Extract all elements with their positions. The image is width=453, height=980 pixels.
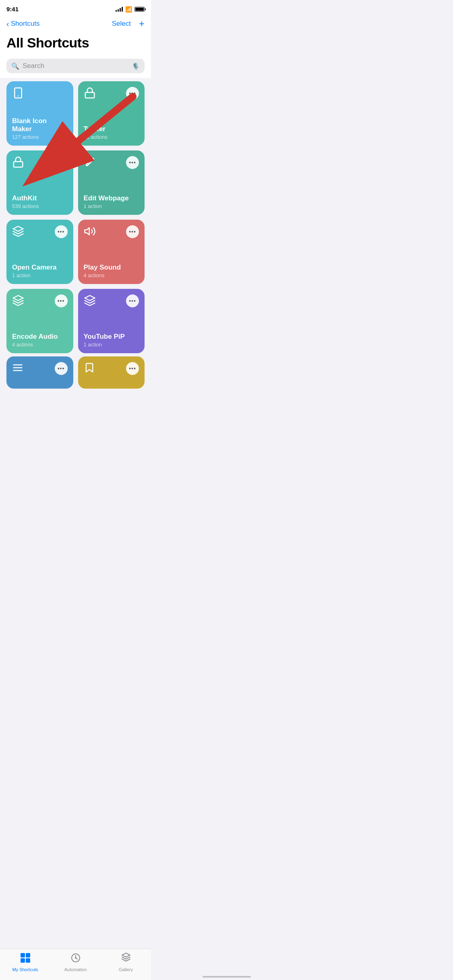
card-bottom: Encode Audio 4 actions bbox=[12, 333, 68, 348]
shortcut-card-blank-icon-maker[interactable]: Blank Icon Maker 127 actions bbox=[6, 81, 73, 146]
svg-marker-10 bbox=[85, 296, 95, 301]
search-input[interactable]: Search bbox=[23, 62, 128, 70]
card-actions: 91 actions bbox=[84, 134, 139, 140]
layers-icon bbox=[84, 294, 96, 309]
page-title: All Shortcuts bbox=[6, 35, 145, 51]
list-icon bbox=[12, 362, 23, 375]
more-button-partial-1[interactable]: ••• bbox=[55, 362, 68, 375]
search-bar[interactable]: 🔍 Search 🎙️ bbox=[6, 59, 145, 73]
card-actions: 4 actions bbox=[12, 342, 68, 348]
more-button-play-sound[interactable]: ••• bbox=[126, 225, 139, 238]
partial-card-2[interactable]: ••• bbox=[78, 356, 145, 389]
more-dots-icon: ••• bbox=[129, 298, 136, 304]
shortcut-card-edit-webpage[interactable]: ••• Edit Webpage 1 action bbox=[78, 150, 145, 215]
card-actions: 1 action bbox=[84, 342, 139, 348]
card-top: ••• bbox=[12, 156, 68, 170]
status-bar: 9:41 📶 bbox=[0, 0, 151, 16]
card-top: ••• bbox=[84, 87, 139, 101]
card-actions: 1 action bbox=[84, 203, 139, 209]
signal-bars-icon bbox=[116, 7, 123, 12]
card-bottom: AuthKit 539 actions bbox=[12, 194, 68, 209]
card-name: Twitter bbox=[84, 125, 139, 133]
card-bottom: YouTube PiP 1 action bbox=[84, 333, 139, 348]
shortcut-card-open-camera[interactable]: ••• Open Camera 1 action bbox=[6, 220, 73, 284]
lock-icon bbox=[12, 156, 24, 170]
card-name: AuthKit bbox=[12, 194, 68, 202]
svg-marker-8 bbox=[85, 228, 89, 235]
layers-icon bbox=[12, 294, 24, 309]
back-arrow-icon: ‹ bbox=[6, 19, 9, 29]
back-label: Shortcuts bbox=[11, 20, 40, 28]
card-bottom: Play Sound 4 actions bbox=[84, 264, 139, 278]
svg-rect-4 bbox=[85, 93, 94, 98]
partial-cards-row: ••• ••• bbox=[0, 356, 151, 392]
card-actions: 127 actions bbox=[12, 134, 68, 140]
card-bottom: Edit Webpage 1 action bbox=[84, 194, 139, 209]
partial-card-top: ••• bbox=[12, 362, 68, 375]
microphone-icon[interactable]: 🎙️ bbox=[132, 62, 140, 70]
more-button-twitter[interactable]: ••• bbox=[126, 87, 139, 100]
more-dots-icon: ••• bbox=[129, 160, 136, 165]
more-button-youtube-pip[interactable]: ••• bbox=[126, 294, 139, 307]
phone-icon bbox=[12, 87, 24, 101]
svg-marker-7 bbox=[13, 226, 23, 232]
shortcut-card-encode-audio[interactable]: ••• Encode Audio 4 actions bbox=[6, 289, 73, 353]
shortcut-card-twitter[interactable]: ••• Twitter 91 actions bbox=[78, 81, 145, 146]
card-top: ••• bbox=[12, 225, 68, 239]
shortcut-card-play-sound[interactable]: ••• Play Sound 4 actions bbox=[78, 220, 145, 284]
select-button[interactable]: Select bbox=[112, 20, 131, 28]
card-actions: 4 actions bbox=[84, 272, 139, 278]
more-button-edit-webpage[interactable]: ••• bbox=[126, 156, 139, 169]
more-button-authkit[interactable]: ••• bbox=[55, 156, 68, 169]
page-title-area: All Shortcuts bbox=[0, 32, 151, 56]
speaker-icon bbox=[84, 225, 96, 239]
card-top: ••• bbox=[12, 294, 68, 309]
svg-marker-9 bbox=[13, 296, 23, 301]
card-name: Encode Audio bbox=[12, 333, 68, 341]
card-name: YouTube PiP bbox=[84, 333, 139, 341]
partial-card-top: ••• bbox=[84, 362, 139, 375]
lock-icon bbox=[84, 87, 96, 101]
card-top: ••• bbox=[84, 225, 139, 239]
card-top: ••• bbox=[84, 156, 139, 170]
partial-card-1[interactable]: ••• bbox=[6, 356, 73, 389]
add-button[interactable]: + bbox=[139, 19, 145, 29]
shortcut-card-authkit[interactable]: ••• AuthKit 539 actions bbox=[6, 150, 73, 215]
more-button-partial-2[interactable]: ••• bbox=[126, 362, 139, 375]
nav-bar: ‹ Shortcuts Select + bbox=[0, 16, 151, 32]
shortcut-card-youtube-pip[interactable]: ••• YouTube PiP 1 action bbox=[78, 289, 145, 353]
pencil-icon bbox=[84, 156, 96, 170]
card-name: Edit Webpage bbox=[84, 194, 139, 202]
more-dots-icon: ••• bbox=[129, 91, 136, 96]
status-icons: 📶 bbox=[116, 6, 145, 12]
battery-icon bbox=[134, 7, 145, 12]
more-dots-icon: ••• bbox=[58, 298, 65, 304]
bookmark-icon bbox=[84, 362, 95, 375]
more-button-open-camera[interactable]: ••• bbox=[55, 225, 68, 238]
more-dots-icon: ••• bbox=[58, 160, 65, 165]
card-top bbox=[12, 87, 68, 101]
more-dots-icon: ••• bbox=[129, 366, 136, 371]
layers-icon bbox=[12, 225, 24, 239]
card-actions: 539 actions bbox=[12, 203, 68, 209]
card-name: Open Camera bbox=[12, 264, 68, 272]
back-button[interactable]: ‹ Shortcuts bbox=[6, 19, 39, 29]
search-container: 🔍 Search 🎙️ bbox=[0, 56, 151, 78]
more-button-encode-audio[interactable]: ••• bbox=[55, 294, 68, 307]
card-top: ••• bbox=[84, 294, 139, 309]
search-icon: 🔍 bbox=[11, 62, 19, 70]
card-bottom: Twitter 91 actions bbox=[84, 125, 139, 140]
shortcuts-grid: Blank Icon Maker 127 actions ••• Twitter… bbox=[0, 78, 151, 356]
card-bottom: Blank Icon Maker 127 actions bbox=[12, 117, 68, 140]
card-name: Blank Icon Maker bbox=[12, 117, 68, 133]
wifi-icon: 📶 bbox=[125, 6, 132, 12]
status-time: 9:41 bbox=[6, 6, 19, 12]
card-name: Play Sound bbox=[84, 264, 139, 272]
more-dots-icon: ••• bbox=[58, 229, 65, 235]
card-actions: 1 action bbox=[12, 272, 68, 278]
card-bottom: Open Camera 1 action bbox=[12, 264, 68, 278]
more-dots-icon: ••• bbox=[58, 366, 65, 371]
svg-rect-5 bbox=[14, 162, 23, 167]
nav-right-actions: Select + bbox=[112, 19, 145, 29]
more-dots-icon: ••• bbox=[129, 229, 136, 235]
